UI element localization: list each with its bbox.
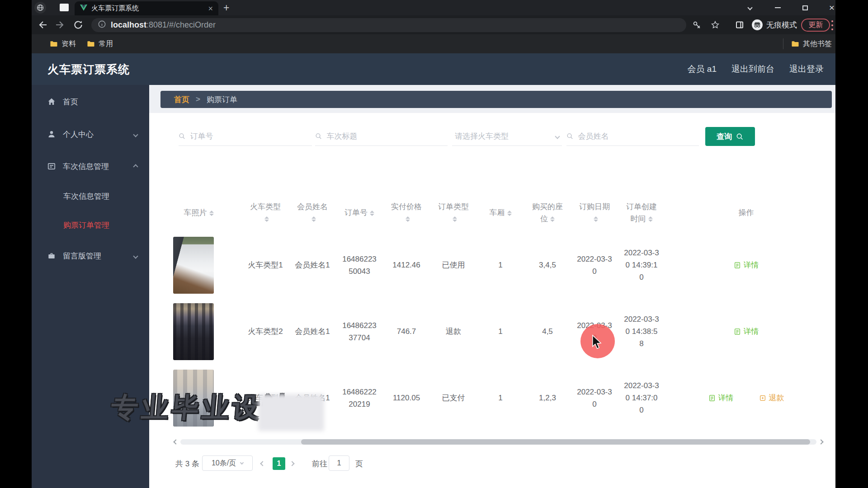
window-close-button[interactable] (823, 0, 841, 15)
cell-seats: 1,2,3 (524, 392, 571, 404)
train-type-select[interactable]: 请选择火车类型 (452, 127, 562, 146)
train-title-input[interactable] (327, 132, 448, 141)
main-content: 首页 > 购票订单 请选择火车类型 (149, 85, 835, 488)
blurred-patch (258, 394, 324, 431)
col-header-created-time[interactable]: 订单创建时间 (618, 201, 665, 225)
window-minimize-button[interactable] (769, 0, 787, 15)
sidebar-item-train-info-mgmt[interactable]: 车次信息管理 (32, 155, 149, 177)
tab-search-icon[interactable] (741, 0, 759, 15)
prev-page-button[interactable] (261, 455, 264, 472)
other-bookmarks-label: 其他书签 (803, 39, 832, 49)
total-count-label: 共 3 条 (175, 455, 199, 472)
member-label: 会员 a1 (688, 63, 717, 75)
page-size-select[interactable]: 10条/页 (202, 455, 253, 471)
side-panel-icon[interactable] (734, 19, 745, 31)
cell-created-time: 2022-03-30 14:38:58 (618, 313, 665, 350)
train-title-filter[interactable] (315, 127, 448, 146)
cell-order-type: 已使用 (430, 259, 477, 271)
scrollbar-track[interactable] (180, 439, 816, 445)
page-unit-label: 页 (355, 455, 363, 472)
new-tab-button[interactable] (223, 1, 229, 14)
cell-created-time: 2022-03-30 14:37:00 (618, 380, 665, 416)
refund-button[interactable]: 退款 (759, 392, 784, 404)
search-button[interactable]: 查询 (705, 127, 755, 146)
col-header-order-no[interactable]: 订单号 (336, 206, 383, 219)
scroll-left-icon[interactable] (173, 439, 178, 444)
app-square-icon[interactable] (60, 4, 69, 11)
detail-button[interactable]: 详情 (708, 392, 734, 404)
url-bar[interactable]: localhost:8081/#/checiOrder (91, 18, 686, 32)
bookmark-label: 资料 (61, 39, 76, 49)
tab-close-icon[interactable] (208, 5, 213, 13)
col-header-train-type[interactable]: 火车类型 (242, 201, 289, 225)
incognito-avatar-icon[interactable] (751, 19, 763, 31)
sort-icon (594, 216, 598, 222)
search-icon (315, 132, 322, 140)
sidebar-item-home[interactable]: 首页 (32, 91, 149, 113)
sidebar-subitem-train-info-mgmt[interactable]: 车次信息管理 (32, 186, 149, 206)
sort-icon (648, 216, 653, 222)
window-maximize-button[interactable] (796, 0, 814, 15)
col-header-photo[interactable]: 车照片 (167, 206, 242, 219)
sidebar-item-message-board-mgmt[interactable]: 留言版管理 (32, 245, 149, 267)
browser-tab[interactable]: 火车票订票系统 (75, 1, 218, 15)
sidebar-subitem-ticket-order-mgmt[interactable]: 购票订单管理 (32, 215, 149, 235)
reload-icon[interactable] (72, 19, 84, 31)
breadcrumb-home-link[interactable]: 首页 (174, 94, 189, 105)
detail-button[interactable]: 详情 (734, 259, 759, 271)
document-icon (734, 262, 741, 269)
current-page-button[interactable]: 1 (273, 457, 285, 470)
logout-link[interactable]: 退出登录 (789, 63, 824, 75)
order-no-input[interactable] (190, 132, 312, 141)
sort-icon (209, 211, 214, 216)
browser-menu-icon[interactable] (830, 19, 835, 31)
search-icon (566, 132, 574, 140)
order-no-filter[interactable] (179, 127, 312, 146)
back-icon[interactable] (37, 19, 49, 31)
url-host: localhost (111, 20, 146, 30)
mouse-cursor (591, 334, 605, 352)
cell-order-date: 2022-03-30 (571, 386, 618, 410)
exit-to-front-link[interactable]: 退出到前台 (731, 63, 774, 75)
sidebar: 首页 个人中心 车次信息管理 车次信息管理 购票订单管理 留言版管理 (32, 85, 149, 488)
col-header-carriage[interactable]: 车厢 (477, 206, 524, 219)
col-header-order-type[interactable]: 订单类型 (430, 201, 477, 225)
key-icon[interactable] (691, 19, 703, 31)
col-header-seats[interactable]: 购买的座位 (524, 201, 571, 225)
update-button[interactable]: 更新 (801, 19, 830, 32)
cell-train-type: 火车类型1 (242, 259, 289, 271)
scrollbar-thumb[interactable] (301, 439, 810, 445)
bookmarks-separator (783, 38, 783, 49)
form-icon (47, 162, 56, 171)
chevron-down-icon (134, 130, 137, 139)
breadcrumb-strip: 首页 > 购票订单 (149, 85, 835, 113)
next-page-button[interactable] (290, 455, 294, 472)
folder-icon (50, 40, 58, 47)
pagination: 共 3 条 10条/页 1 前往 页 (149, 455, 835, 472)
col-header-price[interactable]: 实付价格 (383, 201, 430, 225)
goto-page-input[interactable] (329, 459, 349, 468)
globe-icon[interactable] (34, 2, 46, 14)
cell-order-type: 已支付 (430, 392, 477, 404)
bookmark-folder-1[interactable]: 资料 (50, 34, 76, 53)
scroll-right-icon[interactable] (818, 439, 823, 444)
site-info-icon[interactable] (98, 20, 106, 30)
col-header-order-date[interactable]: 订购日期 (571, 201, 618, 225)
detail-button[interactable]: 详情 (734, 325, 759, 338)
cell-member-name: 会员姓名1 (289, 259, 336, 271)
bookmark-folder-2[interactable]: 常用 (87, 34, 113, 53)
other-bookmarks[interactable]: 其他书签 (791, 34, 832, 53)
chevron-down-icon (555, 134, 560, 139)
bookmark-star-icon[interactable] (709, 19, 721, 31)
forward-icon[interactable] (54, 19, 66, 31)
sidebar-item-personal-center[interactable]: 个人中心 (32, 123, 149, 145)
cell-order-no: 1648622337704 (336, 319, 383, 344)
member-name-input[interactable] (578, 132, 699, 141)
member-name-filter[interactable] (566, 127, 699, 146)
goto-label: 前往 (312, 455, 327, 472)
col-header-actions: 操作 (665, 206, 827, 219)
document-icon (708, 394, 716, 402)
train-photo (173, 303, 214, 360)
browser-tab-bar: 火车票订票系统 (32, 0, 835, 15)
col-header-member-name[interactable]: 会员姓名 (289, 201, 336, 225)
